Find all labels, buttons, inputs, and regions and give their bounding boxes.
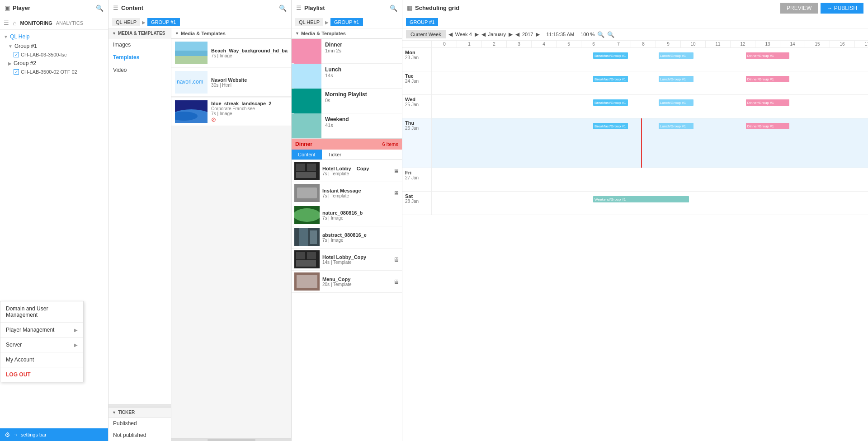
current-week-button[interactable]: Current Week [406,30,446,38]
menu-player-management[interactable]: Player Management ▶ [0,323,83,338]
media-item-bluestreak[interactable]: blue_streak_landscape_2 Corporate.Franch… [171,98,291,126]
analytics-link[interactable]: ANALYTICS [56,20,83,26]
crumb-ql-help[interactable]: QL HELP [112,18,140,26]
ticker-published[interactable]: Published [108,418,171,429]
crumb-group1[interactable]: GROUP #1 [147,18,179,26]
media-item-navori[interactable]: navori.com Navori Website 30s | Html [171,68,291,97]
playlist-crumb-ql-help[interactable]: QL HELP [295,18,323,26]
player-search-button[interactable]: 🔍 [96,5,104,12]
event-mon-lunch[interactable]: Lunch/Group #1 [659,52,693,59]
category-templates[interactable]: Templates [108,51,171,64]
event-tue-lunch[interactable]: Lunch/Group #1 [659,76,693,82]
dinner-item-instant-msg[interactable]: Instant Message 7s | Template 🖥 [292,182,402,204]
tree-root[interactable]: ▼ QL Help [0,32,108,42]
player-icon: ▣ [5,5,10,11]
event-thu-breakfast[interactable]: Breakfast/Group #1 [593,123,628,129]
playlist-crumb-group1[interactable]: GROUP #1 [330,18,363,26]
month-next-button[interactable]: ▶ [509,31,513,38]
media-item-beach[interactable]: Beach_Way_background_hd_ba 7s | Image [171,39,291,67]
tab-ticker[interactable]: Ticker [322,150,348,160]
week-prev-button[interactable]: ◀ [448,31,453,38]
zoom-in-button[interactable]: 🔍 [597,31,604,38]
event-mon-dinner[interactable]: Dinner/Group #1 [746,52,790,59]
content-search-button[interactable]: 🔍 [279,5,287,12]
month-prev-button[interactable]: ◀ [481,31,486,38]
event-thu-dinner[interactable]: Dinner/Group #1 [746,123,790,129]
content-column-header: ☰ Content 🔍 [108,0,292,16]
row-tue: Tue 24 Jan Breakfast/Group #1 Lunch/Grou… [402,71,868,95]
svg-rect-13 [297,188,317,198]
monitor-icon-3[interactable]: 🖥 [393,256,399,263]
dinner-item-hotel-lobby-copy2[interactable]: Hotel Lobby_Copy 14s | Template 🖥 [292,249,402,271]
menu-server[interactable]: Server ▶ [0,338,83,352]
menu-my-account[interactable]: My Account [0,352,83,367]
dinner-item-abstract[interactable]: abstract_080816_e 7s | Image [292,226,402,249]
playlist-section-icon: ▼ [295,31,299,36]
hour-6: 6 [581,41,606,47]
publish-button[interactable]: → PUBLISH [821,3,863,14]
category-images[interactable]: Images [108,38,171,51]
thumb-bluestreak [175,100,208,123]
playlist-item-morning[interactable]: Morning Playlist 0s [292,89,402,113]
year-label: 2017 [522,32,533,37]
scheduling-crumb-group1[interactable]: GROUP #1 [406,18,438,26]
dinner-item-menu-copy[interactable]: Menu_Copy 20s | Template 🖥 [292,271,402,293]
year-prev-button[interactable]: ◀ [515,31,519,38]
menu-domain-user[interactable]: Domain and User Management [0,301,83,323]
content-title: Content [121,5,143,11]
event-mon-breakfast[interactable]: Breakfast/Group #1 [593,52,628,59]
event-wed-lunch[interactable]: Lunch/Group #1 [659,99,693,106]
settings-bar: ⚙ → settings bar [0,428,108,441]
scheduling-nav-crumb: GROUP #1 [402,16,868,28]
dinner-item-nature[interactable]: nature_080816_b 7s | Image [292,204,402,226]
monitor-icon-1[interactable]: 🖥 [393,168,399,174]
zoom-display: 100 % [580,32,594,37]
monitoring-link[interactable]: MONITORING [20,20,52,26]
tree-group2[interactable]: ▶ Group #2 [0,59,108,68]
tree-ch-lab-lsc[interactable]: ✓ CH-LAB-03-3500-lsc [0,51,108,59]
tree-group1[interactable]: ▼ Group #1 [0,42,108,51]
content-nav-crumb: QL HELP ▶ GROUP #1 [108,16,291,28]
zoom-out-button[interactable]: 🔍 [607,31,614,38]
list-icon: ☰ [4,19,9,26]
category-video[interactable]: Video [108,64,171,76]
scheduling-panel: GROUP #1 Current Week ◀ Week 4 ▶ ◀ Janua… [402,16,868,441]
ticker-not-published[interactable]: Not published [108,429,171,441]
scheduling-icon: ▦ [407,5,412,11]
event-tue-breakfast[interactable]: Breakfast/Group #1 [593,76,628,82]
media-content-section-icon: ▼ [175,31,179,36]
menu-logout[interactable]: LOG OUT [0,367,83,382]
dinner-section: Dinner 6 items Content Ticker Hotel Lobb… [292,138,402,441]
tree-ch-lab-otf[interactable]: ✓ CH-LAB-3500-02 OTF 02 [0,68,108,76]
week-next-button[interactable]: ▶ [475,31,479,38]
svg-rect-10 [307,164,316,171]
media-content-section-label: Media & Templates [181,31,226,36]
playlist-item-lunch[interactable]: Lunch 14s [292,64,402,89]
monitor-icon-4[interactable]: 🖥 [393,278,399,285]
event-tue-dinner[interactable]: Dinner/Group #1 [746,76,790,82]
year-next-button[interactable]: ▶ [536,31,540,38]
playlist-search-button[interactable]: 🔍 [390,5,397,12]
ticker-section: ▼ TICKER [108,407,171,418]
event-sat-weekend[interactable]: Weekend/Group #1 [593,196,689,202]
media-templates-section-icon: ▼ [112,31,116,36]
svg-rect-20 [296,252,305,259]
hour-0: 0 [432,41,457,47]
hour-3: 3 [506,41,531,47]
event-wed-breakfast[interactable]: Breakfast/Group #1 [593,99,628,106]
event-wed-dinner[interactable]: Dinner/Group #1 [746,99,790,106]
tab-content[interactable]: Content [292,150,322,160]
playlist-title: Playlist [304,5,325,11]
playlist-item-weekend[interactable]: Weekend 41s [292,113,402,138]
preview-button[interactable]: PREVIEW [780,3,818,14]
dinner-tabs: Content Ticker [292,150,402,160]
thumb-beach [175,42,208,64]
dinner-item-hotel-lobby-copy[interactable]: Hotel Lobby__Copy 7s | Template 🖥 [292,160,402,182]
monitor-icon-2[interactable]: 🖥 [393,190,399,197]
home-icon[interactable]: ⌂ [13,19,16,27]
playlist-item-dinner[interactable]: Dinner 1mn 2s [292,39,402,64]
gear-icon[interactable]: ⚙ [5,431,10,438]
event-thu-lunch[interactable]: Lunch/Group #1 [659,123,693,129]
hour-2: 2 [481,41,506,47]
context-menu: Domain and User Management Player Manage… [0,301,84,382]
